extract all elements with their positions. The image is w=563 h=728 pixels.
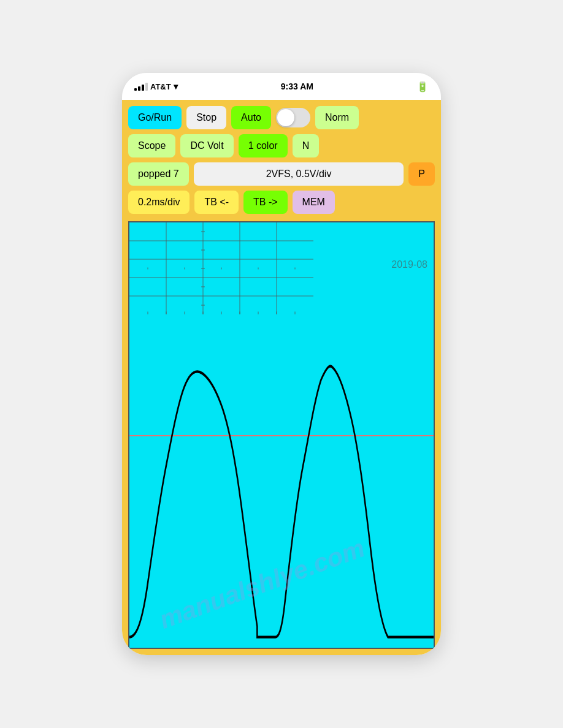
n-button[interactable]: N	[293, 134, 320, 157]
timebase-button[interactable]: 0.2ms/div	[128, 191, 190, 214]
status-bar-left: AT&T ▾	[134, 82, 178, 91]
dc-volt-button[interactable]: DC Volt	[180, 134, 233, 157]
controls-row-2: Scope DC Volt 1 color N	[128, 134, 435, 157]
controls-row-3: popped 7 2VFS, 0.5V/div P	[128, 162, 435, 186]
scale-button[interactable]: 2VFS, 0.5V/div	[194, 162, 404, 186]
tb-right-button[interactable]: TB ->	[243, 191, 288, 214]
waveform-display	[129, 222, 434, 648]
tb-left-button[interactable]: TB <-	[194, 191, 239, 214]
signal-bars-icon	[134, 83, 148, 91]
app-container: Go/Run Stop Auto Norm Scope DC Volt 1 co…	[122, 100, 441, 655]
wifi-icon: ▾	[174, 82, 178, 91]
preset-button[interactable]: popped 7	[128, 162, 189, 186]
go-run-button[interactable]: Go/Run	[128, 106, 182, 129]
p-button[interactable]: P	[408, 162, 435, 186]
stop-button[interactable]: Stop	[186, 106, 226, 129]
status-bar: AT&T ▾ 9:33 AM 🔋	[122, 73, 441, 100]
time-display: 9:33 AM	[281, 82, 313, 91]
carrier-label: AT&T	[150, 82, 171, 91]
phone-shell: AT&T ▾ 9:33 AM 🔋 Go/Run Stop Auto Norm S…	[122, 73, 441, 655]
toggle-knob	[277, 109, 294, 126]
controls-row-4: 0.2ms/div TB <- TB -> MEM	[128, 191, 435, 214]
mode-toggle[interactable]	[276, 108, 310, 127]
controls-row-1: Go/Run Stop Auto Norm	[128, 106, 435, 129]
battery-icon: 🔋	[416, 81, 429, 93]
scope-display: 2019-08 manualshlye.com	[128, 221, 435, 649]
scope-button[interactable]: Scope	[128, 134, 175, 157]
norm-button[interactable]: Norm	[315, 106, 359, 129]
one-color-button[interactable]: 1 color	[239, 134, 288, 157]
mem-button[interactable]: MEM	[293, 191, 335, 214]
auto-button[interactable]: Auto	[231, 106, 271, 129]
